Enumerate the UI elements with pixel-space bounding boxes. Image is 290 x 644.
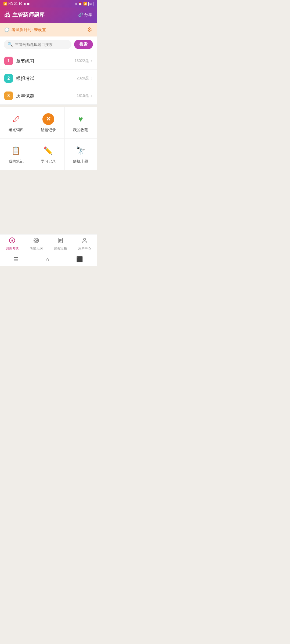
nav-item-user[interactable]: 用户中心: [78, 237, 91, 251]
time-label: 21:10: [14, 2, 22, 6]
status-left: 📶 HD 21:10 ◀ ▣: [3, 2, 30, 6]
menu-label-mock: 模拟考试: [16, 75, 77, 82]
app-title-text: 主管药师题库: [12, 11, 45, 19]
nav-item-outline[interactable]: 考试大纲: [30, 237, 43, 251]
grid-section: 🖊 考点词库 ✕ 错题记录 ♥ 我的收藏 📋 我的笔记 ✏️: [0, 107, 97, 170]
grid-cell-notes[interactable]: 📋 我的笔记: [0, 139, 32, 170]
menu-count-mock: 2320题: [77, 76, 89, 81]
menu-item-chapter[interactable]: 1 章节练习 13022题 ›: [0, 52, 97, 70]
keywords-label: 考点词库: [9, 128, 24, 133]
user-icon: [81, 237, 88, 245]
svg-point-13: [84, 238, 86, 240]
countdown-bar: 🕐 考试倒计时: 未设置 ⚙: [0, 23, 97, 36]
battery-indicator: 56: [88, 2, 93, 6]
svg-point-4: [36, 240, 37, 241]
search-magnifier-icon: 🔍: [8, 42, 13, 47]
android-menu-icon[interactable]: ☰: [14, 256, 19, 262]
menu-label-chapter: 章节练习: [16, 58, 75, 64]
status-right: ⊛ ⏰ 📶 56: [74, 2, 93, 6]
nav-label-user: 用户中心: [78, 246, 91, 251]
menu-section: 1 章节练习 13022题 › 2 模拟考试 2320题 › 3 历年试题 18…: [0, 52, 97, 105]
header-title: 品 主管药师题库: [4, 11, 45, 19]
share-button[interactable]: 🔗 分享: [78, 12, 92, 17]
grid-cell-keywords[interactable]: 🖊 考点词库: [0, 107, 32, 138]
menu-count-chapter: 13022题: [75, 58, 89, 63]
android-home-icon[interactable]: ⌂: [46, 256, 49, 262]
countdown-text: 考试倒计时: 未设置: [12, 27, 46, 32]
share-icon: 🔗: [78, 12, 83, 17]
android-nav: ☰ ⌂ ⬛: [0, 253, 97, 266]
nav-item-train[interactable]: 训练考试: [6, 237, 19, 251]
target-icon: [33, 237, 39, 245]
menu-label-past: 历年试题: [16, 93, 77, 99]
menu-item-past[interactable]: 3 历年试题 1815题 ›: [0, 87, 97, 105]
menu-num-3: 3: [4, 92, 13, 100]
nav-icon: ◀: [23, 2, 26, 6]
clock-icon: 🕐: [4, 27, 9, 32]
binoculars-icon: 🔭: [75, 145, 86, 156]
share-label: 分享: [84, 12, 92, 17]
study-label: 学习记录: [41, 159, 56, 164]
app-header: 品 主管药师题库 🔗 分享: [0, 8, 97, 23]
signal-icon: 📶: [3, 2, 7, 6]
chevron-right-icon-chapter: ›: [91, 58, 92, 63]
search-button[interactable]: 搜索: [74, 40, 93, 49]
nav-item-treasure[interactable]: 过关宝箱: [54, 237, 67, 251]
search-input-wrap[interactable]: 🔍: [4, 40, 71, 49]
nav-label-treasure: 过关宝箱: [54, 246, 67, 251]
home-icon: [9, 237, 15, 245]
grid-row-1: 🖊 考点词库 ✕ 错题记录 ♥ 我的收藏: [0, 107, 97, 139]
search-bar: 🔍 搜索: [0, 36, 97, 52]
nav-label-outline: 考试大纲: [30, 246, 43, 251]
favorites-label: 我的收藏: [73, 128, 88, 133]
countdown-info: 🕐 考试倒计时: 未设置: [4, 27, 46, 32]
grid-cell-wrong[interactable]: ✕ 错题记录: [32, 107, 64, 138]
book-icon: [57, 237, 64, 245]
grid-cell-favorites[interactable]: ♥ 我的收藏: [65, 107, 97, 138]
hd-label: HD: [8, 2, 13, 6]
wifi-icon: 📶: [83, 2, 87, 6]
chevron-right-icon-past: ›: [91, 93, 92, 98]
android-back-icon[interactable]: ⬛: [76, 256, 83, 262]
nav-label-train: 训练考试: [6, 246, 19, 251]
grid-cell-random[interactable]: 🔭 随机十题: [65, 139, 97, 170]
menu-count-past: 1815题: [77, 93, 89, 98]
settings-icon[interactable]: ⚙: [87, 26, 92, 33]
random-label: 随机十题: [73, 159, 88, 164]
menu-num-2: 2: [4, 74, 13, 83]
grid-cell-study[interactable]: ✏️ 学习记录: [32, 139, 64, 170]
study-icon: ✏️: [42, 145, 54, 156]
search-input[interactable]: [15, 42, 68, 47]
menu-item-mock[interactable]: 2 模拟考试 2320题 ›: [0, 70, 97, 87]
wrong-label: 错题记录: [41, 128, 56, 133]
mv-icon: ▣: [27, 2, 30, 6]
grid-row-2: 📋 我的笔记 ✏️ 学习记录 🔭 随机十题: [0, 139, 97, 170]
empty-content-area: [0, 170, 97, 234]
wrong-icon: ✕: [42, 113, 54, 125]
menu-num-1: 1: [4, 57, 13, 65]
svg-rect-1: [12, 240, 13, 241]
notes-icon: 📋: [10, 145, 22, 156]
bottom-nav: 训练考试 考试大纲 过关宝箱: [0, 234, 97, 253]
alarm-icon: ⏰: [78, 2, 82, 6]
status-bar: 📶 HD 21:10 ◀ ▣ ⊛ ⏰ 📶 56: [0, 0, 97, 8]
notes-label: 我的笔记: [9, 159, 24, 164]
heart-icon: ♥: [75, 113, 86, 125]
chevron-right-icon-mock: ›: [91, 76, 92, 81]
bluetooth-icon: ⊛: [74, 2, 77, 6]
pencil-icon: 🖊: [10, 113, 22, 125]
app-logo-icon: 品: [4, 11, 10, 19]
